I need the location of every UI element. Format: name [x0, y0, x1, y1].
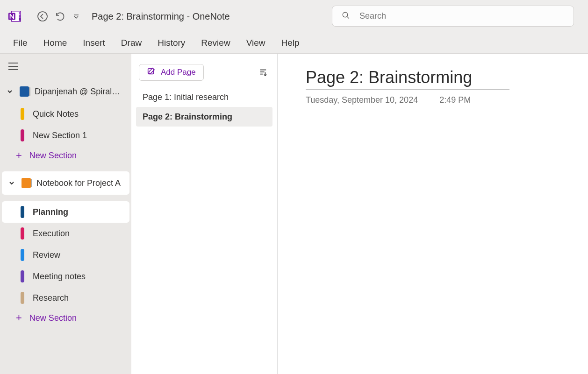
page-title[interactable]: Page 2: Brainstorming	[306, 68, 509, 90]
section-color-tab	[21, 108, 24, 120]
search-input[interactable]	[359, 11, 564, 21]
menu-draw[interactable]: Draw	[121, 38, 142, 48]
add-section-label: New Section	[29, 313, 77, 323]
section-new-section-1[interactable]: New Section 1	[2, 125, 129, 146]
menu-bar: File Home Insert Draw History Review Vie…	[0, 33, 588, 54]
title-bar: Page 2: Brainstorming - OneNote	[0, 0, 588, 33]
add-section-label: New Section	[29, 151, 77, 161]
menu-view[interactable]: View	[246, 38, 265, 48]
section-label: Planning	[33, 207, 68, 217]
menu-insert[interactable]: Insert	[83, 38, 105, 48]
svg-point-7	[343, 12, 348, 17]
sort-pages-button[interactable]	[256, 65, 270, 79]
page-date: Tuesday, September 10, 2024	[306, 95, 418, 105]
page-meta: Tuesday, September 10, 2024 2:49 PM	[306, 95, 560, 105]
section-label: New Section 1	[33, 131, 87, 141]
quick-access-dropdown[interactable]	[69, 7, 83, 25]
section-label: Review	[33, 250, 60, 260]
section-label: Quick Notes	[33, 109, 79, 119]
section-execution[interactable]: Execution	[2, 223, 129, 244]
page-canvas[interactable]: Page 2: Brainstorming Tuesday, September…	[278, 54, 588, 374]
add-page-button[interactable]: Add Page	[139, 64, 204, 81]
section-meeting-notes[interactable]: Meeting notes	[2, 266, 129, 287]
onenote-app-icon	[7, 9, 22, 23]
section-color-tab	[21, 292, 24, 304]
section-color-tab	[21, 249, 24, 261]
add-page-label: Add Page	[161, 68, 196, 77]
notebook-label: Dipanjenah @ Spiral…	[35, 87, 120, 97]
menu-review[interactable]: Review	[201, 38, 230, 48]
undo-button[interactable]	[51, 7, 69, 25]
page-item-initial-research[interactable]: Page 1: Initial research	[136, 87, 272, 107]
add-section-button[interactable]: + New Section	[0, 309, 131, 327]
page-time: 2:49 PM	[439, 95, 471, 105]
section-label: Research	[33, 293, 69, 303]
svg-line-8	[347, 16, 349, 19]
plus-icon: +	[16, 312, 22, 324]
section-color-tab	[21, 206, 24, 218]
page-item-label: Page 1: Initial research	[143, 92, 229, 102]
notebook-panel: Dipanjenah @ Spiral… Quick Notes New Sec…	[0, 54, 131, 374]
section-color-tab	[21, 270, 24, 282]
svg-rect-1	[19, 12, 21, 15]
window-title-page: Page 2: Brainstorming	[92, 11, 184, 21]
section-color-tab	[21, 227, 24, 240]
svg-point-5	[38, 12, 47, 21]
navigation-toggle[interactable]	[4, 59, 22, 73]
notebook-icon	[22, 178, 31, 188]
menu-home[interactable]: Home	[43, 38, 67, 48]
section-planning[interactable]: Planning	[2, 201, 129, 223]
section-quick-notes[interactable]: Quick Notes	[2, 103, 129, 125]
notebook-label: Notebook for Project A	[36, 178, 121, 188]
pages-panel: Add Page Page 1: Initial research Page 2…	[131, 54, 278, 374]
svg-rect-2	[19, 15, 21, 18]
section-research[interactable]: Research	[2, 287, 129, 309]
menu-history[interactable]: History	[158, 38, 185, 48]
chevron-down-icon	[6, 88, 14, 95]
section-label: Meeting notes	[33, 272, 86, 282]
section-color-tab	[21, 129, 24, 141]
menu-help[interactable]: Help	[281, 38, 299, 48]
page-item-label: Page 2: Brainstorming	[143, 112, 232, 122]
notebook-icon	[20, 86, 29, 97]
menu-file[interactable]: File	[13, 38, 28, 48]
chevron-down-icon	[7, 180, 16, 186]
window-title: Page 2: Brainstorming - OneNote	[92, 11, 230, 22]
window-title-app: OneNote	[193, 11, 230, 21]
add-page-icon	[147, 67, 155, 78]
section-review[interactable]: Review	[2, 244, 129, 266]
page-item-brainstorming[interactable]: Page 2: Brainstorming	[136, 107, 272, 127]
search-icon	[342, 11, 350, 21]
add-section-button[interactable]: + New Section	[0, 146, 131, 165]
notebook-project-a[interactable]: Notebook for Project A	[4, 171, 128, 195]
plus-icon: +	[16, 149, 22, 162]
svg-rect-3	[19, 18, 21, 21]
section-label: Execution	[33, 229, 70, 239]
back-button[interactable]	[34, 7, 51, 25]
search-box[interactable]	[332, 6, 574, 27]
notebook-dipanjenah[interactable]: Dipanjenah @ Spiral…	[2, 80, 129, 103]
